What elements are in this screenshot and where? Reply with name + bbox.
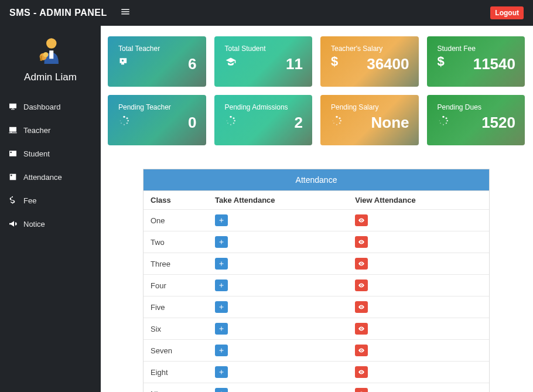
table-row: Two	[144, 231, 489, 253]
nav-list: Dashboard Teacher Student Attendance Fee…	[0, 95, 101, 236]
svg-point-23	[336, 124, 337, 125]
monitor-icon	[8, 102, 18, 111]
class-cell: Nine	[144, 383, 208, 393]
take-attendance-button[interactable]	[215, 366, 228, 378]
dollar-icon	[8, 196, 18, 205]
view-attendance-button[interactable]	[355, 236, 368, 248]
view-attendance-button[interactable]	[355, 366, 368, 378]
view-attendance-button[interactable]	[355, 279, 368, 291]
view-attendance-button[interactable]	[355, 345, 368, 356]
take-cell	[208, 231, 348, 253]
view-cell	[348, 231, 489, 253]
take-cell	[208, 210, 348, 231]
svg-point-13	[233, 117, 234, 119]
nav-label: Teacher	[23, 126, 50, 135]
svg-point-9	[124, 124, 125, 125]
card-student-fee[interactable]: Student Fee $ 11540	[427, 36, 525, 87]
view-cell	[348, 275, 489, 296]
layout: Admin Liam Dashboard Teacher Student Att…	[0, 26, 533, 392]
svg-point-21	[340, 120, 341, 122]
nav-label: Attendance	[23, 173, 62, 182]
class-cell: Seven	[144, 340, 208, 362]
svg-point-32	[439, 120, 439, 121]
svg-point-22	[339, 122, 340, 124]
table-header-row: Class Take Attendance View Attendance	[144, 191, 489, 210]
spinner-icon	[331, 115, 343, 129]
nav-item-attendance[interactable]: Attendance	[0, 165, 101, 189]
view-attendance-button[interactable]	[355, 301, 368, 313]
svg-point-10	[121, 122, 122, 124]
card-value: 11	[225, 56, 303, 71]
table-row: Seven	[144, 340, 489, 362]
id-badge-icon	[8, 172, 18, 182]
class-cell: Five	[144, 296, 208, 318]
attendance-title: Attendance	[144, 169, 489, 190]
take-cell	[208, 340, 348, 362]
table-row: One	[144, 210, 489, 231]
class-cell: Two	[144, 231, 208, 253]
take-attendance-button[interactable]	[215, 279, 228, 291]
take-attendance-button[interactable]	[215, 258, 228, 270]
nav-item-teacher[interactable]: Teacher	[0, 118, 101, 142]
card-total-student[interactable]: Total Student 11	[214, 36, 313, 87]
col-view: View Attendance	[348, 191, 489, 210]
student-icon	[225, 56, 237, 70]
svg-point-25	[333, 120, 333, 121]
stat-cards: Total Teacher 6 Total Student 11 Teacher…	[108, 36, 525, 145]
col-class: Class	[144, 191, 208, 210]
view-attendance-button[interactable]	[355, 214, 368, 226]
svg-point-17	[227, 122, 228, 124]
view-attendance-button[interactable]	[355, 388, 368, 392]
svg-point-29	[445, 122, 446, 124]
card-label: Pending Salary	[331, 103, 409, 111]
view-cell	[348, 383, 489, 393]
teacher-icon	[118, 56, 130, 70]
view-attendance-button[interactable]	[355, 323, 368, 335]
take-cell	[208, 296, 348, 318]
user-name: Admin Liam	[0, 71, 101, 83]
class-cell: Three	[144, 253, 208, 275]
table-row: Eight	[144, 362, 489, 383]
svg-point-11	[120, 120, 121, 121]
svg-point-8	[127, 122, 128, 124]
svg-point-18	[226, 120, 227, 121]
menu-toggle-icon[interactable]	[120, 6, 131, 19]
nav-label: Notice	[23, 220, 45, 229]
view-attendance-button[interactable]	[355, 258, 368, 270]
svg-point-7	[127, 120, 129, 122]
nav-item-fee[interactable]: Fee	[0, 189, 101, 212]
card-value: 0	[118, 115, 197, 130]
svg-point-12	[230, 116, 231, 118]
class-cell: Eight	[144, 362, 208, 383]
nav-item-notice[interactable]: Notice	[0, 212, 101, 236]
card-total-teacher[interactable]: Total Teacher 6	[108, 36, 206, 87]
card-pending-teacher[interactable]: Pending Teacher 0	[108, 95, 206, 145]
take-attendance-button[interactable]	[215, 301, 228, 313]
spinner-icon	[438, 115, 449, 129]
dollar-sign-icon: $	[331, 54, 338, 69]
card-value: 2	[225, 115, 303, 130]
view-cell	[348, 210, 489, 231]
card-pending-admissions[interactable]: Pending Admissions 2	[214, 95, 313, 145]
card-pending-salary[interactable]: Pending Salary None	[320, 95, 419, 145]
take-attendance-button[interactable]	[215, 345, 228, 356]
svg-rect-1	[49, 50, 53, 59]
card-value: 6	[118, 56, 197, 71]
take-attendance-button[interactable]	[215, 214, 228, 226]
nav-item-dashboard[interactable]: Dashboard	[0, 95, 101, 118]
view-cell	[348, 318, 489, 340]
card-pending-dues[interactable]: Pending Dues 1520	[427, 95, 525, 145]
take-attendance-button[interactable]	[215, 323, 228, 335]
take-attendance-button[interactable]	[215, 236, 228, 248]
svg-point-0	[46, 38, 57, 49]
main-content: Total Teacher 6 Total Student 11 Teacher…	[101, 26, 533, 392]
view-cell	[348, 253, 489, 275]
svg-point-30	[443, 124, 444, 125]
card-teacher-salary[interactable]: Teacher's Salary $ 36400	[320, 36, 419, 87]
logout-button[interactable]: Logout	[490, 6, 524, 19]
svg-point-4	[43, 52, 49, 57]
table-row: Four	[144, 275, 489, 296]
take-attendance-button[interactable]	[215, 388, 228, 392]
nav-item-student[interactable]: Student	[0, 142, 101, 165]
user-profile: Admin Liam	[0, 33, 101, 89]
